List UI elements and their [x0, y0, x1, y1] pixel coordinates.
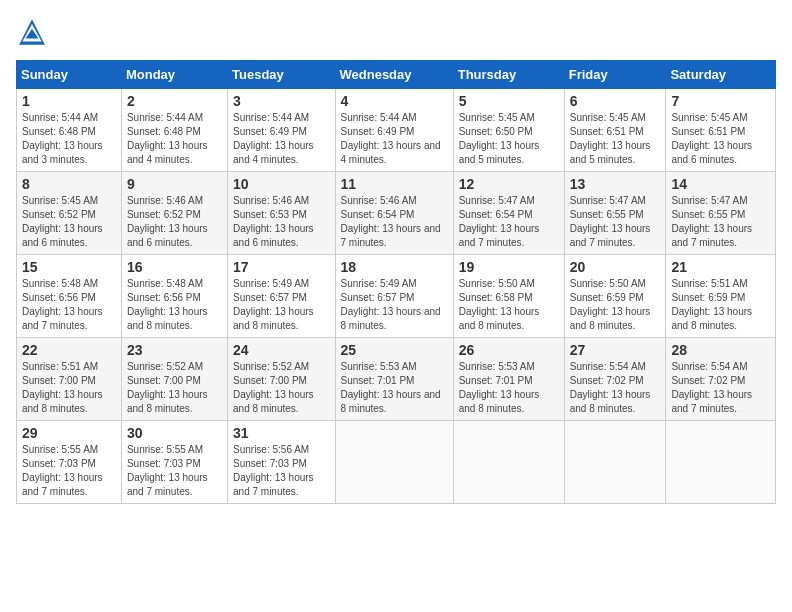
day-number: 22 — [22, 342, 116, 358]
calendar-cell: 13 Sunrise: 5:47 AMSunset: 6:55 PMDaylig… — [564, 172, 666, 255]
calendar-cell: 9 Sunrise: 5:46 AMSunset: 6:52 PMDayligh… — [121, 172, 227, 255]
calendar-cell: 27 Sunrise: 5:54 AMSunset: 7:02 PMDaylig… — [564, 338, 666, 421]
calendar-cell: 4 Sunrise: 5:44 AMSunset: 6:49 PMDayligh… — [335, 89, 453, 172]
calendar-cell: 2 Sunrise: 5:44 AMSunset: 6:48 PMDayligh… — [121, 89, 227, 172]
day-detail: Sunrise: 5:46 AMSunset: 6:54 PMDaylight:… — [341, 195, 441, 248]
day-detail: Sunrise: 5:45 AMSunset: 6:51 PMDaylight:… — [671, 112, 752, 165]
day-detail: Sunrise: 5:49 AMSunset: 6:57 PMDaylight:… — [233, 278, 314, 331]
calendar-cell: 18 Sunrise: 5:49 AMSunset: 6:57 PMDaylig… — [335, 255, 453, 338]
day-detail: Sunrise: 5:54 AMSunset: 7:02 PMDaylight:… — [671, 361, 752, 414]
calendar-cell: 29 Sunrise: 5:55 AMSunset: 7:03 PMDaylig… — [17, 421, 122, 504]
calendar-cell: 20 Sunrise: 5:50 AMSunset: 6:59 PMDaylig… — [564, 255, 666, 338]
calendar-cell — [564, 421, 666, 504]
day-detail: Sunrise: 5:44 AMSunset: 6:49 PMDaylight:… — [233, 112, 314, 165]
day-number: 16 — [127, 259, 222, 275]
day-number: 27 — [570, 342, 661, 358]
day-detail: Sunrise: 5:53 AMSunset: 7:01 PMDaylight:… — [341, 361, 441, 414]
day-number: 20 — [570, 259, 661, 275]
day-of-week-header: Thursday — [453, 61, 564, 89]
calendar-row: 15 Sunrise: 5:48 AMSunset: 6:56 PMDaylig… — [17, 255, 776, 338]
day-detail: Sunrise: 5:47 AMSunset: 6:54 PMDaylight:… — [459, 195, 540, 248]
day-number: 15 — [22, 259, 116, 275]
calendar-cell: 16 Sunrise: 5:48 AMSunset: 6:56 PMDaylig… — [121, 255, 227, 338]
calendar-row: 8 Sunrise: 5:45 AMSunset: 6:52 PMDayligh… — [17, 172, 776, 255]
day-number: 13 — [570, 176, 661, 192]
day-detail: Sunrise: 5:46 AMSunset: 6:53 PMDaylight:… — [233, 195, 314, 248]
day-number: 31 — [233, 425, 329, 441]
day-number: 23 — [127, 342, 222, 358]
day-number: 7 — [671, 93, 770, 109]
calendar-cell: 15 Sunrise: 5:48 AMSunset: 6:56 PMDaylig… — [17, 255, 122, 338]
calendar-cell: 23 Sunrise: 5:52 AMSunset: 7:00 PMDaylig… — [121, 338, 227, 421]
day-of-week-header: Monday — [121, 61, 227, 89]
calendar-cell: 28 Sunrise: 5:54 AMSunset: 7:02 PMDaylig… — [666, 338, 776, 421]
calendar-row: 1 Sunrise: 5:44 AMSunset: 6:48 PMDayligh… — [17, 89, 776, 172]
calendar-cell: 25 Sunrise: 5:53 AMSunset: 7:01 PMDaylig… — [335, 338, 453, 421]
calendar-cell: 24 Sunrise: 5:52 AMSunset: 7:00 PMDaylig… — [228, 338, 335, 421]
calendar-cell: 5 Sunrise: 5:45 AMSunset: 6:50 PMDayligh… — [453, 89, 564, 172]
day-detail: Sunrise: 5:55 AMSunset: 7:03 PMDaylight:… — [127, 444, 208, 497]
calendar-cell — [453, 421, 564, 504]
calendar-cell: 11 Sunrise: 5:46 AMSunset: 6:54 PMDaylig… — [335, 172, 453, 255]
day-number: 18 — [341, 259, 448, 275]
day-number: 28 — [671, 342, 770, 358]
logo-icon — [16, 16, 48, 48]
day-number: 9 — [127, 176, 222, 192]
day-number: 8 — [22, 176, 116, 192]
calendar-cell: 22 Sunrise: 5:51 AMSunset: 7:00 PMDaylig… — [17, 338, 122, 421]
day-detail: Sunrise: 5:47 AMSunset: 6:55 PMDaylight:… — [671, 195, 752, 248]
day-number: 11 — [341, 176, 448, 192]
calendar-cell: 6 Sunrise: 5:45 AMSunset: 6:51 PMDayligh… — [564, 89, 666, 172]
calendar-cell: 14 Sunrise: 5:47 AMSunset: 6:55 PMDaylig… — [666, 172, 776, 255]
calendar-table: SundayMondayTuesdayWednesdayThursdayFrid… — [16, 60, 776, 504]
calendar-cell: 10 Sunrise: 5:46 AMSunset: 6:53 PMDaylig… — [228, 172, 335, 255]
day-detail: Sunrise: 5:48 AMSunset: 6:56 PMDaylight:… — [127, 278, 208, 331]
day-number: 24 — [233, 342, 329, 358]
calendar-cell: 19 Sunrise: 5:50 AMSunset: 6:58 PMDaylig… — [453, 255, 564, 338]
day-number: 21 — [671, 259, 770, 275]
calendar-cell: 3 Sunrise: 5:44 AMSunset: 6:49 PMDayligh… — [228, 89, 335, 172]
day-detail: Sunrise: 5:44 AMSunset: 6:48 PMDaylight:… — [127, 112, 208, 165]
logo — [16, 16, 52, 48]
day-detail: Sunrise: 5:52 AMSunset: 7:00 PMDaylight:… — [127, 361, 208, 414]
day-number: 12 — [459, 176, 559, 192]
day-number: 6 — [570, 93, 661, 109]
day-detail: Sunrise: 5:53 AMSunset: 7:01 PMDaylight:… — [459, 361, 540, 414]
calendar-row: 22 Sunrise: 5:51 AMSunset: 7:00 PMDaylig… — [17, 338, 776, 421]
day-detail: Sunrise: 5:51 AMSunset: 7:00 PMDaylight:… — [22, 361, 103, 414]
calendar-cell: 8 Sunrise: 5:45 AMSunset: 6:52 PMDayligh… — [17, 172, 122, 255]
day-detail: Sunrise: 5:49 AMSunset: 6:57 PMDaylight:… — [341, 278, 441, 331]
day-detail: Sunrise: 5:44 AMSunset: 6:49 PMDaylight:… — [341, 112, 441, 165]
day-detail: Sunrise: 5:45 AMSunset: 6:51 PMDaylight:… — [570, 112, 651, 165]
day-number: 10 — [233, 176, 329, 192]
day-detail: Sunrise: 5:56 AMSunset: 7:03 PMDaylight:… — [233, 444, 314, 497]
calendar-cell: 30 Sunrise: 5:55 AMSunset: 7:03 PMDaylig… — [121, 421, 227, 504]
day-of-week-header: Saturday — [666, 61, 776, 89]
calendar-body: 1 Sunrise: 5:44 AMSunset: 6:48 PMDayligh… — [17, 89, 776, 504]
day-detail: Sunrise: 5:47 AMSunset: 6:55 PMDaylight:… — [570, 195, 651, 248]
day-number: 2 — [127, 93, 222, 109]
day-of-week-header: Tuesday — [228, 61, 335, 89]
day-detail: Sunrise: 5:54 AMSunset: 7:02 PMDaylight:… — [570, 361, 651, 414]
calendar-cell: 7 Sunrise: 5:45 AMSunset: 6:51 PMDayligh… — [666, 89, 776, 172]
day-number: 29 — [22, 425, 116, 441]
day-detail: Sunrise: 5:50 AMSunset: 6:59 PMDaylight:… — [570, 278, 651, 331]
day-number: 1 — [22, 93, 116, 109]
calendar-cell: 31 Sunrise: 5:56 AMSunset: 7:03 PMDaylig… — [228, 421, 335, 504]
day-detail: Sunrise: 5:45 AMSunset: 6:52 PMDaylight:… — [22, 195, 103, 248]
day-number: 4 — [341, 93, 448, 109]
day-detail: Sunrise: 5:51 AMSunset: 6:59 PMDaylight:… — [671, 278, 752, 331]
day-detail: Sunrise: 5:50 AMSunset: 6:58 PMDaylight:… — [459, 278, 540, 331]
calendar-cell: 12 Sunrise: 5:47 AMSunset: 6:54 PMDaylig… — [453, 172, 564, 255]
day-detail: Sunrise: 5:48 AMSunset: 6:56 PMDaylight:… — [22, 278, 103, 331]
day-detail: Sunrise: 5:52 AMSunset: 7:00 PMDaylight:… — [233, 361, 314, 414]
calendar-cell: 21 Sunrise: 5:51 AMSunset: 6:59 PMDaylig… — [666, 255, 776, 338]
page-header — [16, 16, 776, 48]
calendar-cell: 26 Sunrise: 5:53 AMSunset: 7:01 PMDaylig… — [453, 338, 564, 421]
calendar-cell: 17 Sunrise: 5:49 AMSunset: 6:57 PMDaylig… — [228, 255, 335, 338]
day-detail: Sunrise: 5:44 AMSunset: 6:48 PMDaylight:… — [22, 112, 103, 165]
day-number: 19 — [459, 259, 559, 275]
calendar-cell: 1 Sunrise: 5:44 AMSunset: 6:48 PMDayligh… — [17, 89, 122, 172]
day-detail: Sunrise: 5:46 AMSunset: 6:52 PMDaylight:… — [127, 195, 208, 248]
calendar-row: 29 Sunrise: 5:55 AMSunset: 7:03 PMDaylig… — [17, 421, 776, 504]
